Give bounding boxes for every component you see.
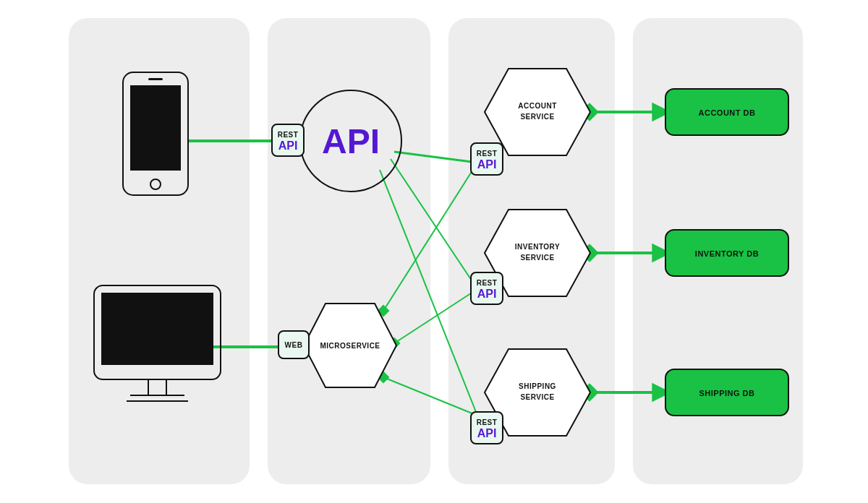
svg-text:ACCOUNT: ACCOUNT [518,102,557,110]
account-db-box: ACCOUNT DB [665,89,788,135]
svg-text:ACCOUNT DB: ACCOUNT DB [699,108,756,117]
shipping-db-box: SHIPPING DB [665,369,788,416]
svg-rect-7 [130,85,181,171]
svg-text:SHIPPING DB: SHIPPING DB [699,389,754,397]
svg-text:REST: REST [278,131,299,139]
svg-text:SHIPPING: SHIPPING [519,382,556,390]
svg-text:INVENTORY DB: INVENTORY DB [695,249,759,258]
svg-text:WEB: WEB [285,341,303,349]
architecture-diagram: API REST API MICROSERVICE WEB ACCOUNT SE… [0,0,868,503]
svg-text:API: API [322,122,380,160]
svg-text:SERVICE: SERVICE [520,113,554,121]
rest-api-badge-inventory: REST API [471,272,503,304]
svg-rect-9 [148,78,163,80]
rest-api-badge-account: REST API [471,143,503,175]
svg-text:SERVICE: SERVICE [520,254,554,262]
web-badge: WEB [278,331,309,358]
svg-text:REST: REST [477,418,498,426]
svg-text:API: API [278,139,298,152]
svg-text:REST: REST [477,150,498,158]
svg-rect-11 [101,293,213,365]
inventory-db-box: INVENTORY DB [665,230,788,276]
svg-text:INVENTORY: INVENTORY [515,243,560,251]
svg-text:API: API [477,288,497,300]
svg-text:REST: REST [477,279,498,287]
rest-api-badge-mobile: REST API [272,124,304,156]
column-gateway [268,18,430,484]
rest-api-badge-shipping: REST API [471,412,503,444]
svg-text:API: API [477,427,497,439]
svg-text:SERVICE: SERVICE [520,393,554,401]
svg-text:API: API [477,158,497,171]
svg-text:MICROSERVICE: MICROSERVICE [320,342,380,350]
